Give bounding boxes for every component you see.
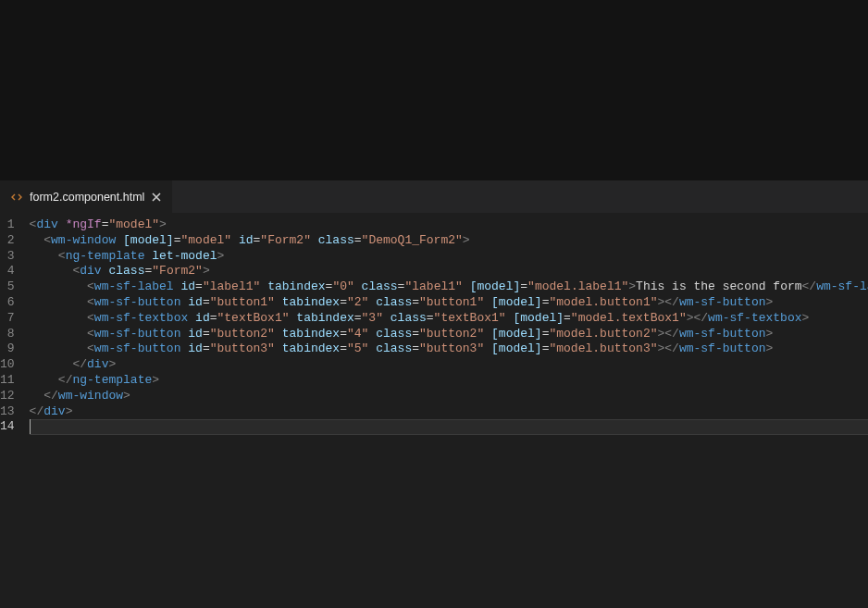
line-number-gutter: 1234567891011121314 <box>0 217 30 608</box>
tab-filename: form2.component.html <box>30 191 144 204</box>
line-number: 2 <box>0 233 15 249</box>
line-number: 7 <box>0 311 15 327</box>
line-number: 5 <box>0 279 15 295</box>
tab-file[interactable]: form2.component.html <box>0 180 173 213</box>
code-line[interactable]: </ng-template> <box>30 373 868 389</box>
line-number: 9 <box>0 341 15 357</box>
line-number: 13 <box>0 404 15 420</box>
line-number: 12 <box>0 389 15 404</box>
code-content[interactable]: <div *ngIf="model"> <wm-window [model]="… <box>30 217 868 608</box>
text-cursor <box>30 419 31 434</box>
code-line[interactable]: </div> <box>30 404 868 420</box>
code-line[interactable]: <div class="Form2"> <box>30 264 868 279</box>
code-line[interactable]: <wm-sf-button id="button3" tabindex="5" … <box>30 341 868 357</box>
code-line[interactable]: <wm-window [model]="model" id="Form2" cl… <box>30 233 868 249</box>
code-line[interactable]: <wm-sf-label id="label1" tabindex="0" cl… <box>30 279 868 295</box>
code-line[interactable] <box>30 419 868 435</box>
code-line[interactable]: <ng-template let-model> <box>30 249 868 265</box>
line-number: 4 <box>0 264 15 279</box>
line-number: 8 <box>0 327 15 342</box>
line-number: 6 <box>0 295 15 311</box>
code-pre[interactable]: <div *ngIf="model"> <wm-window [model]="… <box>30 217 868 435</box>
code-line[interactable]: </div> <box>30 357 868 373</box>
html-file-icon <box>9 190 24 205</box>
editor-wrap: form2.component.html 1234567891011121314… <box>0 180 868 608</box>
line-number: 3 <box>0 249 15 265</box>
code-line[interactable]: <wm-sf-button id="button1" tabindex="2" … <box>30 295 868 311</box>
code-line[interactable]: <div *ngIf="model"> <box>30 217 868 233</box>
line-number: 1 <box>0 217 15 233</box>
code-line[interactable]: <wm-sf-button id="button2" tabindex="4" … <box>30 327 868 342</box>
code-area[interactable]: 1234567891011121314 <div *ngIf="model"> … <box>0 213 868 608</box>
line-number: 10 <box>0 357 15 373</box>
tab-bar: form2.component.html <box>0 180 868 213</box>
close-icon[interactable] <box>150 191 163 204</box>
code-line[interactable]: <wm-sf-textbox id="textBox1" tabindex="3… <box>30 311 868 327</box>
line-number: 11 <box>0 373 15 389</box>
code-line[interactable]: </wm-window> <box>30 389 868 404</box>
